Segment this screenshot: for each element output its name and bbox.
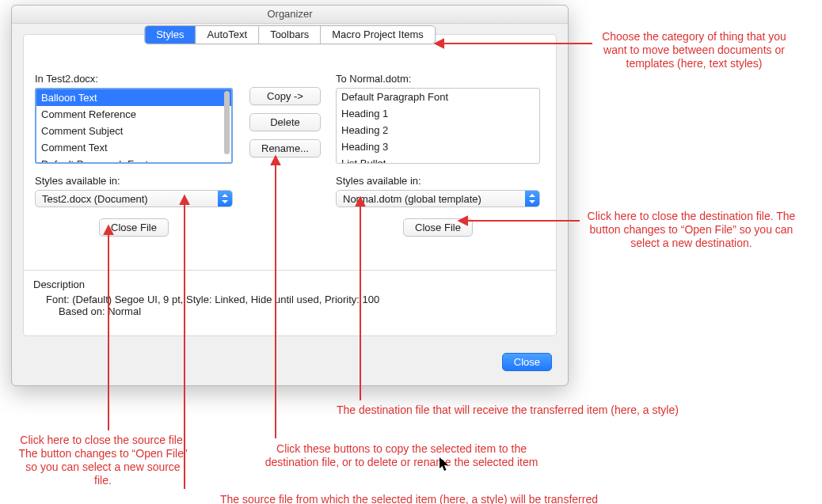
chevron-updown-icon bbox=[218, 191, 232, 207]
destination-styles-list[interactable]: Default Paragraph Font Heading 1 Heading… bbox=[336, 88, 540, 164]
description-line: Font: (Default) Segoe UI, 9 pt, Style: L… bbox=[46, 294, 546, 305]
copy-button[interactable]: Copy -> bbox=[249, 87, 321, 105]
source-pane: In Test2.docx: Balloon Text Comment Refe… bbox=[35, 73, 233, 237]
annotation-dest-file: The destination file that will receive t… bbox=[337, 404, 780, 417]
close-source-file-button[interactable]: Close File bbox=[99, 218, 169, 237]
list-item[interactable]: Balloon Text bbox=[36, 89, 231, 106]
select-value: Test2.docx (Document) bbox=[42, 193, 148, 205]
source-available-label: Styles available in: bbox=[35, 175, 233, 187]
source-heading: In Test2.docx: bbox=[35, 73, 233, 85]
annotation-buttons: Click these buttons to copy the selected… bbox=[255, 442, 548, 469]
destination-available-label: Styles available in: bbox=[336, 175, 540, 187]
description-line: Based on: Normal bbox=[46, 305, 546, 317]
scrollbar-thumb[interactable] bbox=[224, 91, 230, 154]
dialog-body: Styles AutoText Toolbars Macro Project I… bbox=[23, 34, 557, 336]
close-dialog-button[interactable]: Close bbox=[502, 353, 552, 371]
rename-button[interactable]: Rename... bbox=[249, 139, 321, 157]
delete-button[interactable]: Delete bbox=[249, 113, 321, 131]
annotation-source-file: The source file from which the selected … bbox=[220, 493, 664, 504]
source-styles-list[interactable]: Balloon Text Comment Reference Comment S… bbox=[35, 88, 233, 164]
action-buttons: Copy -> Delete Rename... bbox=[249, 87, 321, 157]
list-item[interactable]: Comment Subject bbox=[36, 123, 231, 139]
list-item[interactable]: Default Paragraph Font bbox=[337, 89, 539, 105]
list-item[interactable]: Heading 2 bbox=[337, 122, 539, 138]
annotation-right-close: Click here to close the destination file… bbox=[584, 210, 798, 250]
destination-heading: To Normal.dotm: bbox=[336, 73, 540, 85]
destination-file-select[interactable]: Normal.dotm (global template) bbox=[336, 190, 540, 207]
list-item[interactable]: Comment Text bbox=[36, 139, 231, 156]
list-item[interactable]: Heading 3 bbox=[337, 138, 539, 155]
tab-autotext[interactable]: AutoText bbox=[196, 26, 260, 44]
list-item[interactable]: Comment Reference bbox=[36, 106, 231, 123]
tab-toolbars[interactable]: Toolbars bbox=[259, 26, 321, 44]
list-item[interactable]: Heading 1 bbox=[337, 105, 539, 122]
category-tabs: Styles AutoText Toolbars Macro Project I… bbox=[144, 25, 436, 44]
source-file-select[interactable]: Test2.docx (Document) bbox=[35, 190, 233, 207]
tab-styles[interactable]: Styles bbox=[145, 26, 196, 44]
chevron-updown-icon bbox=[525, 191, 539, 207]
list-item[interactable]: Default Paragraph Font bbox=[36, 156, 231, 164]
select-value: Normal.dotm (global template) bbox=[343, 193, 481, 205]
close-destination-file-button[interactable]: Close File bbox=[403, 218, 473, 237]
annotation-left-close: Click here to close the source file. The… bbox=[16, 434, 190, 487]
description-panel: Description Font: (Default) Segoe UI, 9 … bbox=[24, 270, 556, 328]
annotation-tabs: Choose the category of thing that you wa… bbox=[597, 30, 791, 70]
list-item[interactable]: List Bullet bbox=[337, 155, 539, 164]
tab-macro-project-items[interactable]: Macro Project Items bbox=[321, 26, 435, 44]
destination-pane: To Normal.dotm: Default Paragraph Font H… bbox=[336, 73, 540, 237]
window-title: Organizer bbox=[12, 6, 568, 24]
description-heading: Description bbox=[33, 279, 546, 290]
organizer-window: Organizer Styles AutoText Toolbars Macro… bbox=[11, 5, 569, 386]
